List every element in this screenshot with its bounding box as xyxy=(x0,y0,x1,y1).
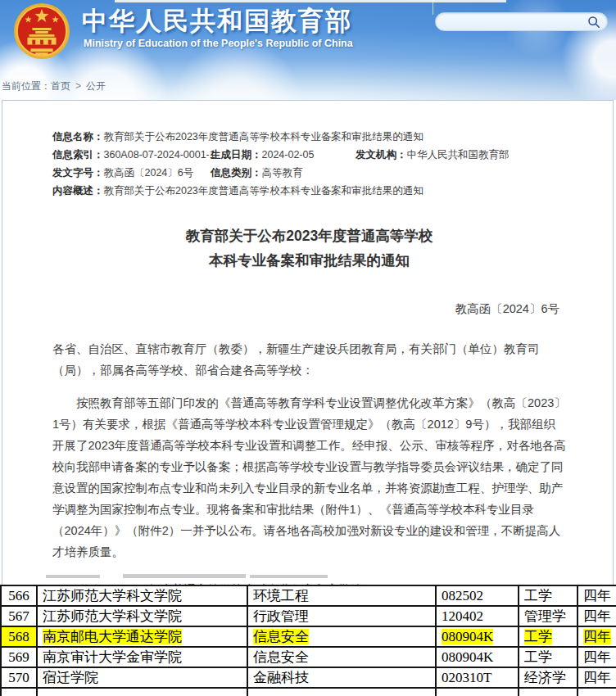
table-row-partial xyxy=(1,688,616,696)
meta-value: 教育部关于公布2023年度普通高等学校本科专业备案和审批结果的通知 xyxy=(104,182,424,200)
cell-degree: 工学 xyxy=(519,626,578,647)
cell-years: 四年 xyxy=(578,667,616,688)
table-row: 569南京审计大学金审学院信息安全080904K工学四年 xyxy=(1,647,616,667)
cell-text: 080904K xyxy=(442,629,493,644)
cell-text: 四年 xyxy=(583,670,611,685)
document-number: 教高函〔2024〕6号 xyxy=(52,301,566,317)
cell-code: 082502 xyxy=(436,585,519,606)
cell-text: 工学 xyxy=(524,649,552,665)
document-title-line2: 本科专业备案和审批结果的通知 xyxy=(52,248,566,273)
cell-text: 信息安全 xyxy=(253,649,309,665)
cell-text: 567 xyxy=(8,608,29,624)
cell-text: 行政管理 xyxy=(253,608,309,624)
cell-text: 工学 xyxy=(524,629,552,644)
cell-major: 行政管理 xyxy=(247,606,436,626)
breadcrumb-current-link[interactable]: 公开 xyxy=(86,80,106,92)
cell-text: 082502 xyxy=(442,588,483,603)
document-metadata: 信息名称： 教育部关于公布2023年度普通高等学校本科专业备案和审批结果的通知 … xyxy=(52,128,566,200)
search-box[interactable] xyxy=(435,12,608,31)
meta-value: 教育部关于公布2023年度普通高等学校本科专业备案和审批结果的通知 xyxy=(104,128,424,146)
cell-text: 南京邮电大学通达学院 xyxy=(43,629,182,644)
cell-text: 工学 xyxy=(524,588,552,603)
document-content: 信息名称： 教育部关于公布2023年度普通高等学校本科专业备案和审批结果的通知 … xyxy=(2,101,613,600)
cell-no: 570 xyxy=(1,667,37,688)
site-subtitle: Ministry of Education of the People's Re… xyxy=(84,38,353,49)
cell-code xyxy=(436,688,519,696)
cell-major: 金融科技 xyxy=(247,667,436,688)
cell-degree: 经济学 xyxy=(519,667,578,688)
table-row: 570宿迁学院金融科技020310T经济学四年 xyxy=(1,667,616,688)
cell-years: 四年 xyxy=(578,626,616,647)
cell-no: 567 xyxy=(1,606,37,626)
meta-row-name: 信息名称： 教育部关于公布2023年度普通高等学校本科专业备案和审批结果的通知 xyxy=(52,128,566,146)
cell-school: 江苏师范大学科文学院 xyxy=(37,585,247,606)
cell-text: 南京审计大学金审学院 xyxy=(43,649,182,665)
cell-text: 570 xyxy=(8,670,29,685)
meta-label: 信息类别： xyxy=(211,167,262,179)
salutation-text: 各省、自治区、直辖市教育厅（教委），新疆生产建设兵团教育局，有关部门（单位）教育… xyxy=(52,338,566,381)
cell-school: 南京邮电大学通达学院 xyxy=(37,626,247,647)
meta-label: 内容概述： xyxy=(52,182,104,200)
cell-years: 四年 xyxy=(578,647,616,667)
approval-results-table: 566江苏师范大学科文学院环境工程082502工学四年567江苏师范大学科文学院… xyxy=(0,585,616,696)
breadcrumb-home-link[interactable]: 首页 xyxy=(51,80,70,92)
meta-label: 信息名称： xyxy=(52,128,104,146)
site-header: 中华人民共和国教育部 Ministry of Education of the … xyxy=(0,0,616,100)
meta-label: 发文字号： xyxy=(52,167,104,179)
cell-text: 080904K xyxy=(442,649,493,665)
cell-text: 120402 xyxy=(442,608,483,624)
cell-degree: 工学 xyxy=(519,585,578,606)
search-input[interactable] xyxy=(436,13,587,30)
dandelion-stem-decoration xyxy=(433,0,433,15)
cell-text: 江苏师范大学科文学院 xyxy=(43,608,182,624)
cell-code: 080904K xyxy=(436,647,519,667)
cell-school: 宿迁学院 xyxy=(37,667,247,688)
table-row: 566江苏师范大学科文学院环境工程082502工学四年 xyxy=(1,585,616,606)
cell-text: 江苏师范大学科文学院 xyxy=(43,588,182,603)
meta-label: 发文机构： xyxy=(356,149,407,160)
cell-text: 四年 xyxy=(583,629,611,644)
meta-label: 生成日期： xyxy=(211,149,262,160)
meta-label: 信息索引： xyxy=(52,149,104,160)
body-paragraph: 按照教育部等五部门印发的《普通高等教育学科专业设置调整优化改革方案》（教高〔20… xyxy=(52,392,566,563)
meta-row-summary: 内容概述： 教育部关于公布2023年度普通高等学校本科专业备案和审批结果的通知 xyxy=(52,182,566,200)
document-title: 教育部关于公布2023年度普通高等学校 本科专业备案和审批结果的通知 xyxy=(52,224,566,273)
clipped-row-artifact xyxy=(46,575,100,578)
cell-text: 经济学 xyxy=(524,670,566,685)
cell-degree: 工学 xyxy=(519,647,578,667)
cell-text: 金融科技 xyxy=(253,670,309,685)
meta-value: 中华人民共和国教育部 xyxy=(407,149,510,160)
cell-text: 信息安全 xyxy=(253,629,309,644)
cell-school xyxy=(37,688,247,696)
site-title: 中华人民共和国教育部 xyxy=(82,4,352,38)
document-title-line1: 教育部关于公布2023年度普通高等学校 xyxy=(52,224,566,248)
search-icon[interactable] xyxy=(587,16,600,29)
cell-no: 568 xyxy=(1,626,37,647)
clipped-row-artifact xyxy=(123,574,246,578)
meta-value: 高等教育 xyxy=(262,167,303,179)
breadcrumb-separator: > xyxy=(75,80,81,92)
cell-text: 566 xyxy=(8,588,29,603)
cell-no: 569 xyxy=(1,647,37,667)
cell-years: 四年 xyxy=(578,585,616,606)
window-top-glare xyxy=(115,0,506,2)
clipped-row-artifact xyxy=(250,575,328,578)
cell-degree: 管理学 xyxy=(519,606,578,626)
cell-no: 566 xyxy=(1,585,37,606)
meta-value: 教高函〔2024〕6号 xyxy=(104,167,194,179)
meta-row-docno-category: 发文字号：教高函〔2024〕6号 信息类别：高等教育 xyxy=(52,164,566,182)
breadcrumb: 当前位置：首页>公开 xyxy=(2,79,106,93)
cell-text: 020310T xyxy=(442,670,491,685)
cell-text: 569 xyxy=(8,649,29,665)
cell-text: 568 xyxy=(8,629,29,644)
table-row: 567江苏师范大学科文学院行政管理120402管理学四年 xyxy=(1,606,616,626)
table-row: 568南京邮电大学通达学院信息安全080904K工学四年 xyxy=(1,626,616,647)
cell-text: 环境工程 xyxy=(253,588,309,603)
cell-text: 四年 xyxy=(583,649,611,665)
cell-degree xyxy=(519,688,578,696)
cell-major xyxy=(247,688,436,696)
meta-value: 2024-02-05 xyxy=(262,149,315,160)
breadcrumb-prefix: 当前位置： xyxy=(2,80,51,92)
cell-code: 120402 xyxy=(436,606,519,626)
cell-text: 四年 xyxy=(583,608,611,624)
